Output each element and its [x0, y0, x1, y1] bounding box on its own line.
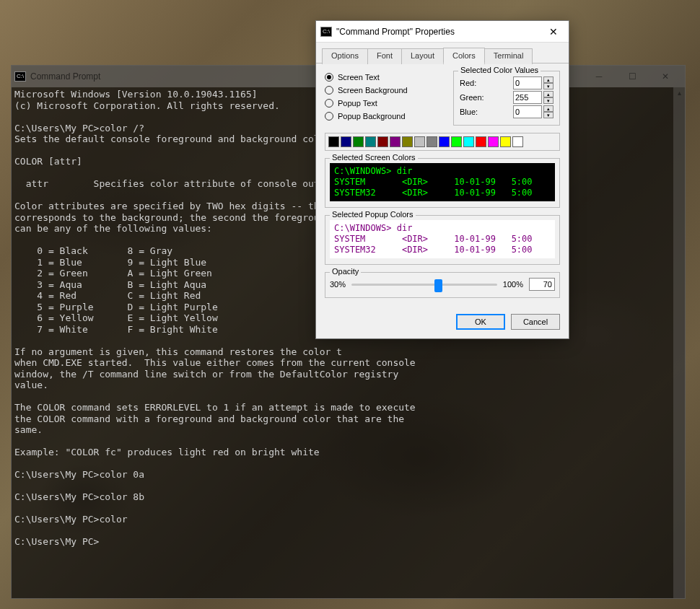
palette-swatch-9[interactable]	[439, 136, 450, 147]
tab-strip: Options Font Layout Colors Terminal	[316, 43, 569, 63]
popup-preview: C:\WINDOWS> dir SYSTEM <DIR> 10-01-99 5:…	[330, 220, 555, 258]
slider-thumb[interactable]	[434, 279, 442, 292]
green-input[interactable]	[513, 91, 542, 104]
selected-popup-colors: Selected Popup Colors C:\WINDOWS> dir SY…	[325, 215, 560, 265]
palette-swatch-0[interactable]	[328, 136, 339, 147]
opacity-min: 30%	[330, 280, 346, 289]
spin-up-icon[interactable]: ▴	[543, 105, 554, 112]
radio-icon	[325, 112, 333, 121]
dialog-close-button[interactable]: ✕	[543, 26, 564, 38]
palette-swatch-1[interactable]	[341, 136, 351, 147]
opacity-group: Opacity 30% 100%	[325, 272, 560, 298]
radio-label: Popup Text	[338, 99, 377, 108]
palette-swatch-11[interactable]	[463, 136, 474, 147]
spin-up-icon[interactable]: ▴	[543, 76, 554, 83]
palette-swatch-15[interactable]	[512, 136, 523, 147]
group-legend: Selected Screen Colors	[330, 153, 418, 162]
spin-down-icon[interactable]: ▾	[543, 112, 554, 118]
spin-up-icon[interactable]: ▴	[543, 91, 554, 97]
radio-screen-background[interactable]: Screen Background	[325, 84, 446, 97]
radio-icon	[325, 99, 333, 108]
radio-popup-background[interactable]: Popup Background	[325, 110, 446, 123]
group-legend: Opacity	[330, 267, 361, 276]
cmd-icon: C:\	[14, 71, 26, 82]
palette-swatch-3[interactable]	[365, 136, 376, 147]
colors-panel: Screen Text Screen Background Popup Text…	[316, 63, 569, 307]
selected-screen-colors: Selected Screen Colors C:\WINDOWS> dir S…	[325, 158, 560, 208]
tab-terminal[interactable]: Terminal	[484, 48, 533, 64]
tab-layout[interactable]: Layout	[401, 48, 444, 64]
green-label: Green:	[460, 93, 484, 102]
radio-icon	[325, 86, 333, 95]
palette-swatch-7[interactable]	[414, 136, 425, 147]
tab-options[interactable]: Options	[322, 48, 368, 64]
screen-preview: C:\WINDOWS> dir SYSTEM <DIR> 10-01-99 5:…	[330, 163, 555, 201]
properties-title: "Command Prompt" Properties	[336, 27, 543, 37]
cmd-scrollbar[interactable]: ▴	[673, 87, 685, 598]
palette-swatch-14[interactable]	[500, 136, 511, 147]
green-spinner[interactable]: ▴▾	[513, 91, 554, 104]
blue-label: Blue:	[460, 108, 478, 116]
properties-titlebar[interactable]: C:\ "Command Prompt" Properties ✕	[316, 21, 569, 43]
opacity-max: 100%	[503, 280, 523, 289]
palette-swatch-4[interactable]	[377, 136, 388, 147]
minimize-button[interactable]: ─	[582, 66, 616, 87]
color-palette	[325, 133, 560, 151]
properties-dialog: C:\ "Command Prompt" Properties ✕ Option…	[315, 20, 569, 339]
cmd-icon: C:\	[320, 27, 332, 37]
palette-swatch-10[interactable]	[451, 136, 462, 147]
palette-swatch-6[interactable]	[402, 136, 413, 147]
red-input[interactable]	[513, 76, 542, 89]
slider-track	[351, 284, 497, 286]
cancel-button[interactable]: Cancel	[511, 314, 560, 330]
red-spinner[interactable]: ▴▾	[513, 76, 554, 89]
group-legend: Selected Popup Colors	[330, 210, 416, 219]
radio-label: Screen Background	[338, 86, 408, 95]
tab-font[interactable]: Font	[367, 48, 402, 64]
palette-swatch-8[interactable]	[426, 136, 437, 147]
palette-swatch-13[interactable]	[488, 136, 499, 147]
spin-down-icon[interactable]: ▾	[543, 97, 554, 104]
tab-colors[interactable]: Colors	[443, 48, 485, 63]
radio-icon	[325, 73, 333, 82]
scv-legend: Selected Color Values	[458, 66, 541, 74]
palette-swatch-2[interactable]	[353, 136, 364, 147]
ok-button[interactable]: OK	[456, 314, 505, 330]
palette-swatch-5[interactable]	[390, 136, 401, 147]
maximize-button[interactable]: ☐	[616, 66, 649, 87]
scroll-up-icon[interactable]: ▴	[673, 87, 685, 99]
spin-down-icon[interactable]: ▾	[543, 83, 554, 89]
close-button[interactable]: ✕	[649, 66, 682, 87]
blue-spinner[interactable]: ▴▾	[513, 105, 554, 118]
selected-color-values: Selected Color Values Red: ▴▾ Green: ▴▾ …	[453, 71, 560, 126]
radio-popup-text[interactable]: Popup Text	[325, 97, 446, 110]
dialog-buttons: OK Cancel	[316, 307, 569, 338]
palette-swatch-12[interactable]	[476, 136, 486, 147]
blue-input[interactable]	[513, 105, 542, 118]
radio-label: Popup Background	[338, 112, 406, 121]
opacity-slider[interactable]	[351, 277, 497, 292]
opacity-input[interactable]	[529, 278, 555, 291]
red-label: Red:	[460, 79, 476, 87]
color-target-radios: Screen Text Screen Background Popup Text…	[325, 71, 446, 126]
radio-label: Screen Text	[338, 73, 380, 82]
radio-screen-text[interactable]: Screen Text	[325, 71, 446, 84]
